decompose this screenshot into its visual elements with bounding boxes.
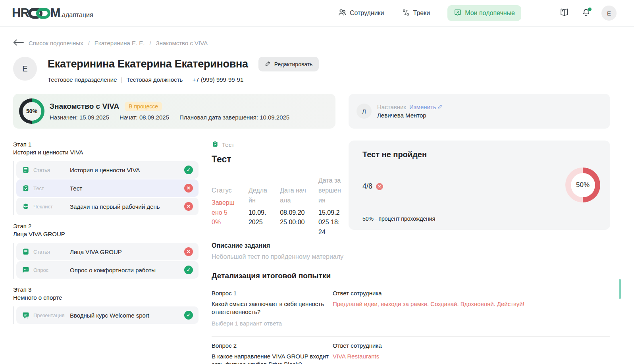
- track-progress-value: 50%: [23, 102, 41, 121]
- top-bar: HR M .адаптация Сотрудники Треки: [0, 0, 634, 27]
- item-title: Вводный курс Welcome sport: [70, 312, 184, 319]
- logo-m-text: M: [50, 6, 60, 20]
- nav-tracks[interactable]: Треки: [402, 8, 430, 18]
- notifications-button[interactable]: [581, 8, 591, 19]
- notification-dot: [588, 8, 592, 11]
- field-start-date-label: Дата начала: [280, 186, 306, 206]
- item-type-label: Тест: [33, 185, 70, 191]
- field-deadline-value: 10.09.2025: [249, 208, 268, 228]
- field-finish-date-value: 15.09.2025 18:24: [318, 208, 343, 237]
- item-title: Тест: [70, 185, 184, 192]
- test-result-title: Тест не пройден: [362, 150, 596, 159]
- profile-phone: +7 (999) 999-99-91: [192, 76, 243, 83]
- test-score: 4/8: [362, 182, 372, 191]
- item-type-label: Статья: [33, 167, 70, 173]
- stage-item-test[interactable]: Тест Тест: [16, 179, 198, 197]
- scrollbar-thumb[interactable]: [619, 279, 621, 299]
- answer-text: Предлагай идеи, выходи за рамки. Создава…: [333, 300, 610, 307]
- badge-person-icon: [454, 8, 462, 18]
- mentor-role-label: Наставник: [377, 104, 406, 110]
- task-fields: Статус Завершено 50% Дедлайн 10.09.2025 …: [212, 176, 343, 237]
- answer-label: Ответ сотрудника: [333, 290, 610, 297]
- question-text: В какое направление VIVA GROUP входит се…: [212, 352, 333, 364]
- stage-item-article[interactable]: Статья История и ценности VIVA: [16, 161, 198, 179]
- stage-item-presentation[interactable]: Презентация Вводный курс Welcome sport: [16, 306, 198, 324]
- profile-department: Тестовое подразделение: [48, 76, 117, 83]
- task-type-label: Тест: [222, 141, 234, 148]
- survey-icon: [22, 266, 30, 274]
- test-result-percent: 50%: [571, 173, 595, 197]
- stage-item-checklist[interactable]: Чеклист Задачи на первый рабочий день: [16, 198, 198, 215]
- presentation-icon: [22, 311, 30, 319]
- answer-block: Ответ сотрудника VIVA Restaurants: [333, 342, 610, 364]
- header-icons: [559, 8, 591, 19]
- task-description: Небольшой тест по пройденному материалу: [212, 253, 610, 260]
- profile-avatar: E: [13, 57, 37, 81]
- breadcrumb-track[interactable]: Знакомство с VIVA: [156, 40, 208, 46]
- breadcrumb-mentee-list[interactable]: Список подопечных: [29, 40, 83, 46]
- answer-label: Ответ сотрудника: [333, 342, 610, 349]
- answer-block: Ответ сотрудника Предлагай идеи, выходи …: [333, 290, 610, 327]
- nav-employees-label: Сотрудники: [350, 10, 384, 17]
- nav-mentees-label: Мои подопечные: [465, 10, 515, 17]
- stage-3: Этап 3 Немного о спорте Презентация Ввод…: [13, 286, 198, 324]
- track-progress-card: 50% Знакомство с VIVA В процессе Назначе…: [13, 94, 335, 129]
- user-avatar[interactable]: E: [601, 6, 617, 21]
- change-mentor-link[interactable]: Изменить: [409, 104, 443, 110]
- app-logo[interactable]: HR M .адаптация: [12, 6, 93, 20]
- edit-profile-label: Редактировать: [274, 61, 313, 67]
- book-icon: [559, 8, 569, 19]
- stage-subtitle: Немного о спорте: [13, 294, 198, 302]
- question-label: Вопрос 1: [212, 290, 333, 297]
- item-title: История и ценности VIVA: [70, 167, 184, 173]
- nav-employees[interactable]: Сотрудники: [338, 8, 384, 18]
- task-detail-panel: Тест Тест Статус Завершено 50% Дедлайн 1…: [212, 141, 610, 364]
- track-assigned-date: Назначен: 15.09.2025: [50, 114, 109, 121]
- profile-info: Екатеринина Екатерина Екатериновна Редак…: [48, 57, 319, 83]
- question-label: Вопрос 2: [212, 342, 333, 349]
- stage-subtitle: Лица VIVA GROUP: [13, 230, 198, 238]
- field-status-label: Статус: [212, 186, 237, 196]
- item-type-label: Статья: [33, 249, 70, 255]
- nav-tracks-label: Треки: [413, 10, 430, 17]
- item-title: Лица VIVA GROUP: [70, 248, 184, 255]
- mentor-name: Левичева Ментор: [377, 112, 443, 119]
- arrow-left-icon: [13, 39, 24, 47]
- nav-mentees[interactable]: Мои подопечные: [447, 5, 521, 21]
- main-content: Этап 1 История и ценности VIVA Статья Ис…: [0, 129, 634, 364]
- stage-title: Этап 2: [13, 222, 198, 230]
- test-icon: [22, 184, 30, 192]
- checklist-icon: [22, 202, 30, 210]
- logo-suffix: .адаптация: [60, 12, 93, 19]
- route-icon: [402, 8, 410, 18]
- field-deadline-label: Дедлайн: [249, 186, 268, 206]
- stage-item-article[interactable]: Статья Лица VIVA GROUP: [16, 243, 198, 260]
- field-finish-date-label: Дата завершения: [318, 176, 343, 205]
- pen-icon: [437, 104, 443, 110]
- question-row-2: Вопрос 2 В какое направление VIVA GROUP …: [212, 336, 610, 364]
- knowledge-base-button[interactable]: [559, 8, 569, 19]
- field-status-value: Завершено 50%: [212, 198, 237, 227]
- item-type-label: Чеклист: [33, 204, 70, 210]
- answer-text: VIVA Restaurants: [333, 353, 610, 360]
- status-failed-icon: [184, 247, 193, 256]
- pen-icon: [265, 60, 271, 68]
- edit-profile-button[interactable]: Редактировать: [258, 57, 319, 71]
- task-description-label: Описание задания: [212, 242, 610, 249]
- status-done-icon: [184, 266, 193, 274]
- questions-list: Вопрос 1 Какой смысл заключает в себе це…: [212, 284, 610, 364]
- question-text: Какой смысл заключает в себе ценность от…: [212, 300, 333, 316]
- logo-ring-green-icon: [36, 8, 50, 19]
- track-title: Знакомство с VIVA: [50, 102, 119, 111]
- test-icon: [212, 141, 219, 149]
- department-separator: |: [121, 76, 123, 83]
- summary-cards: 50% Знакомство с VIVA В процессе Назначе…: [13, 94, 610, 129]
- status-done-icon: [184, 166, 193, 174]
- stage-item-survey[interactable]: Опрос Опрос о комфортности работы: [16, 261, 198, 279]
- breadcrumb-person[interactable]: Екатеринина Е. Е.: [94, 40, 145, 46]
- status-done-icon: [184, 311, 193, 320]
- article-icon: [22, 166, 30, 174]
- back-button[interactable]: [13, 39, 24, 47]
- stages-sidebar: Этап 1 История и ценности VIVA Статья Ис…: [13, 141, 198, 331]
- page: HR M .адаптация Сотрудники Треки: [0, 0, 634, 364]
